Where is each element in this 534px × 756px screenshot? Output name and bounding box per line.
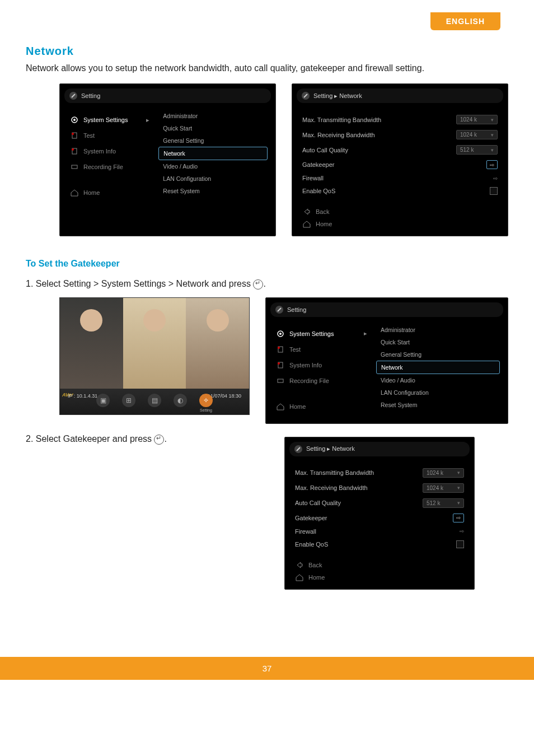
nav-back[interactable]: Back [295, 559, 464, 571]
nav-home[interactable]: Home [295, 571, 464, 584]
settings-menu: Administrator Quick Start General Settin… [373, 321, 503, 419]
toolbar-item[interactable]: ⊞ [122, 394, 135, 412]
chevron-right-icon: ▸ [364, 330, 367, 337]
toolbar-item[interactable]: ▤ [148, 394, 161, 412]
row-label: Max. Transmitting Bandwidth [302, 116, 381, 123]
menu-item-reset-system[interactable]: Reset System [376, 399, 500, 411]
sidebar-item-system-info[interactable]: System Info [273, 357, 371, 373]
row-label: Auto Call Quality [302, 147, 348, 153]
sidebar-item-recording-file[interactable]: Recording File [273, 373, 371, 389]
nav-home[interactable]: Home [302, 218, 498, 230]
menu-item-general-setting[interactable]: General Setting [158, 134, 268, 147]
phonebook-icon: ▤ [148, 394, 161, 407]
settings-sidebar: System Settings ▸ Test System Info Recor… [64, 108, 155, 205]
sidebar-item-home[interactable]: Home [273, 399, 371, 414]
menu-item-video-audio[interactable]: Video / Audio [158, 160, 268, 172]
select-auto-call[interactable]: 512 k ▾ [423, 498, 464, 508]
step-text: 1. Select Setting > System Settings > Ne… [26, 279, 253, 288]
menu-item-lan-config[interactable]: LAN Configuration [376, 386, 500, 399]
row-firewall: Firewall ⇨ [295, 525, 464, 538]
settings-menu: Administrator Quick Start General Settin… [155, 108, 271, 205]
row-label: Firewall [302, 175, 324, 181]
breadcrumb: Setting ▸ Network [289, 442, 470, 456]
nav-label: Back [316, 208, 329, 215]
sidebar-label: System Settings [83, 116, 128, 123]
menu-item-video-audio[interactable]: Video / Audio [376, 374, 500, 386]
person-silhouette [123, 298, 186, 389]
nav-label: Home [316, 221, 332, 227]
row-gatekeeper: Gatekeeper ⇨ [302, 157, 498, 172]
svg-point-6 [72, 148, 74, 151]
breadcrumb: Setting [64, 88, 271, 103]
row-label: Gatekeeper [302, 161, 334, 168]
sidebar-item-home[interactable]: Home [67, 185, 153, 200]
select-max-tx[interactable]: 1024 k ▾ [456, 115, 498, 124]
row-auto-call: Auto Call Quality 512 k ▾ [302, 142, 498, 157]
select-max-rx[interactable]: 1024 k ▾ [456, 130, 498, 139]
toolbar-item[interactable]: ▣ [96, 394, 110, 412]
caret-down-icon: ▾ [457, 470, 460, 475]
svg-point-2 [73, 119, 76, 121]
firewall-arrow[interactable]: ⇨ [460, 528, 464, 534]
menu-item-network[interactable]: Network [158, 147, 268, 160]
screenshot-row-2: AVer IP : 10.1.4.31 2011/07/04 18:30 ▣ ⊞… [26, 297, 508, 424]
row-gatekeeper: Gatekeeper ⇨ [295, 511, 464, 525]
row-label: Gatekeeper [295, 515, 327, 521]
gatekeeper-arrow[interactable]: ⇨ [486, 160, 498, 169]
toolbar-item[interactable]: ◐ [174, 394, 187, 412]
breadcrumb-text: Setting ▸ Network [313, 92, 362, 100]
home-icon [295, 573, 304, 582]
breadcrumb-text: Setting [81, 92, 100, 99]
sidebar-label: System Info [289, 362, 322, 368]
menu-item-administrator[interactable]: Administrator [376, 324, 500, 336]
clipboard-icon [70, 131, 79, 140]
select-max-tx[interactable]: 1024 k ▾ [423, 468, 464, 478]
toolbar-item-setting[interactable]: ✧ Setting [199, 394, 213, 412]
video-people [60, 298, 249, 389]
qos-checkbox[interactable] [456, 540, 464, 548]
row-max-tx: Max. Transmitting Bandwidth 1024 k ▾ [302, 112, 498, 127]
wrench-icon [301, 91, 310, 100]
menu-item-general-setting[interactable]: General Setting [376, 348, 500, 361]
back-icon [295, 561, 304, 570]
sidebar-label: Recording File [289, 377, 329, 384]
recording-icon [276, 376, 285, 385]
svg-point-4 [72, 133, 74, 135]
qos-checkbox[interactable] [490, 187, 498, 195]
enter-icon [154, 435, 164, 445]
sidebar-item-test[interactable]: Test [273, 342, 371, 357]
sidebar-item-system-info[interactable]: System Info [67, 143, 153, 159]
home-icon [276, 402, 285, 411]
breadcrumb: Setting ▸ Network [297, 88, 503, 103]
sidebar-item-recording-file[interactable]: Recording File [67, 159, 153, 175]
select-value: 1024 k [460, 116, 477, 123]
row-label: Auto Call Quality [295, 500, 341, 506]
menu-item-network[interactable]: Network [376, 361, 500, 374]
menu-item-quick-start[interactable]: Quick Start [158, 122, 268, 134]
menu-item-lan-config[interactable]: LAN Configuration [158, 172, 268, 185]
menu-item-administrator[interactable]: Administrator [158, 110, 268, 122]
gear-icon [276, 329, 285, 338]
nav-label: Home [308, 574, 325, 581]
step-suffix: . [164, 434, 166, 444]
select-auto-call[interactable]: 512 k ▾ [456, 145, 498, 155]
network-panel-2: Setting ▸ Network Max. Transmitting Band… [284, 437, 475, 590]
rec-icon: ◐ [174, 394, 187, 407]
sidebar-item-test[interactable]: Test [67, 128, 153, 143]
select-max-rx[interactable]: 1024 k ▾ [423, 483, 464, 493]
sidebar-item-system-settings[interactable]: System Settings ▸ [67, 112, 153, 128]
row-max-rx: Max. Receiving Bandwidth 1024 k ▾ [295, 480, 464, 496]
svg-point-15 [278, 362, 280, 365]
home-icon [302, 220, 311, 228]
menu-item-reset-system[interactable]: Reset System [158, 185, 268, 197]
select-value: 512 k [427, 500, 440, 506]
caret-down-icon: ▾ [491, 132, 494, 138]
nav-back[interactable]: Back [302, 206, 498, 218]
caret-down-icon: ▾ [491, 147, 494, 153]
sidebar-item-system-settings[interactable]: System Settings ▸ [273, 326, 371, 342]
toolbar-label: Setting [200, 408, 212, 412]
firewall-arrow[interactable]: ⇨ [493, 175, 498, 181]
settings-panel: Setting System Settings ▸ Test Syst [59, 83, 276, 236]
menu-item-quick-start[interactable]: Quick Start [376, 336, 500, 348]
gatekeeper-arrow[interactable]: ⇨ [453, 514, 464, 522]
